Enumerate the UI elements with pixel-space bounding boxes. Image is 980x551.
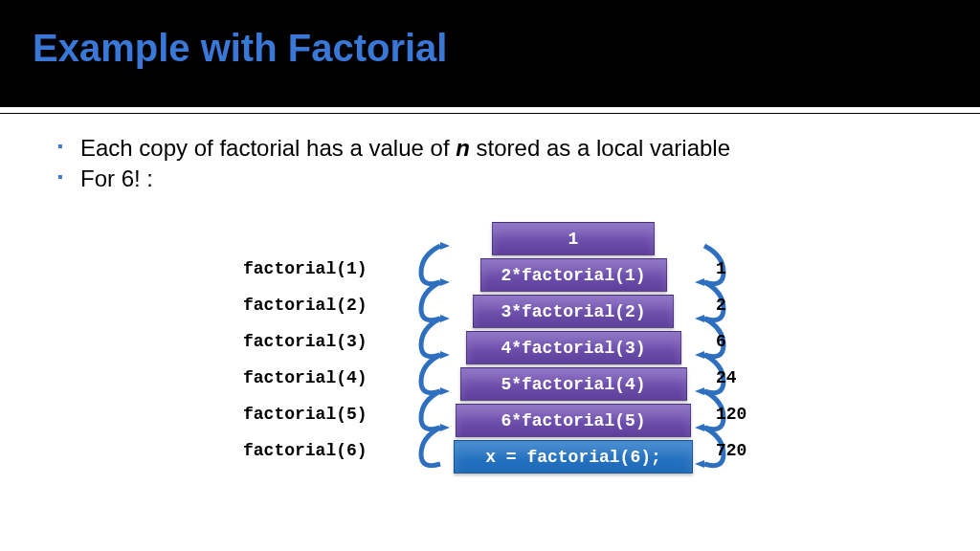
bullet-1-suffix: stored as a local variable — [470, 135, 730, 161]
bullet-1-prefix: Each copy of factorial has a value of — [80, 135, 456, 161]
left-labels: factorial(1) factorial(2) factorial(3) f… — [243, 251, 392, 469]
stack-layer: 4*factorial(3) — [466, 331, 681, 364]
right-value: 24 — [716, 360, 783, 396]
stack-layer: 1 — [492, 222, 655, 255]
svg-marker-5 — [440, 424, 450, 431]
stack-layer: 5*factorial(4) — [460, 367, 687, 401]
svg-marker-4 — [440, 387, 450, 395]
svg-marker-3 — [440, 351, 450, 359]
left-label: factorial(5) — [243, 396, 392, 432]
slide-title: Example with Factorial — [33, 27, 947, 70]
right-value: 720 — [716, 432, 783, 469]
left-label: factorial(3) — [243, 323, 392, 360]
svg-marker-11 — [695, 460, 704, 468]
stack-layer: 3*factorial(2) — [473, 295, 674, 328]
bullet-1: Each copy of factorial has a value of n … — [57, 133, 923, 164]
svg-marker-10 — [695, 424, 704, 431]
arrow-left-icon — [413, 227, 452, 475]
left-label: factorial(1) — [243, 251, 392, 287]
content: Each copy of factorial has a value of n … — [0, 114, 980, 195]
stack: 1 2*factorial(1) 3*factorial(2) 4*factor… — [454, 222, 693, 476]
bullet-2: For 6! : — [57, 164, 923, 194]
svg-marker-8 — [695, 351, 704, 359]
left-label: factorial(6) — [243, 432, 392, 469]
right-values: 1 2 6 24 120 720 — [716, 251, 783, 469]
stack-layer: 6*factorial(5) — [456, 404, 691, 437]
left-label: factorial(4) — [243, 360, 392, 396]
left-label: factorial(2) — [243, 287, 392, 323]
svg-marker-2 — [440, 315, 450, 322]
stack-layer: 2*factorial(1) — [480, 258, 667, 292]
bullet-1-bold: n — [456, 135, 470, 161]
svg-marker-1 — [440, 278, 450, 286]
svg-marker-6 — [695, 278, 704, 286]
right-value: 120 — [716, 396, 783, 432]
right-value: 6 — [716, 323, 783, 360]
svg-marker-7 — [695, 315, 704, 322]
svg-marker-0 — [440, 242, 450, 250]
right-value: 1 — [716, 251, 783, 287]
bullet-2-text: For 6! : — [80, 165, 153, 191]
right-value: 2 — [716, 287, 783, 323]
title-bar: Example with Factorial — [0, 0, 980, 107]
svg-marker-9 — [695, 387, 704, 395]
stack-layer-bottom: x = factorial(6); — [454, 440, 693, 474]
